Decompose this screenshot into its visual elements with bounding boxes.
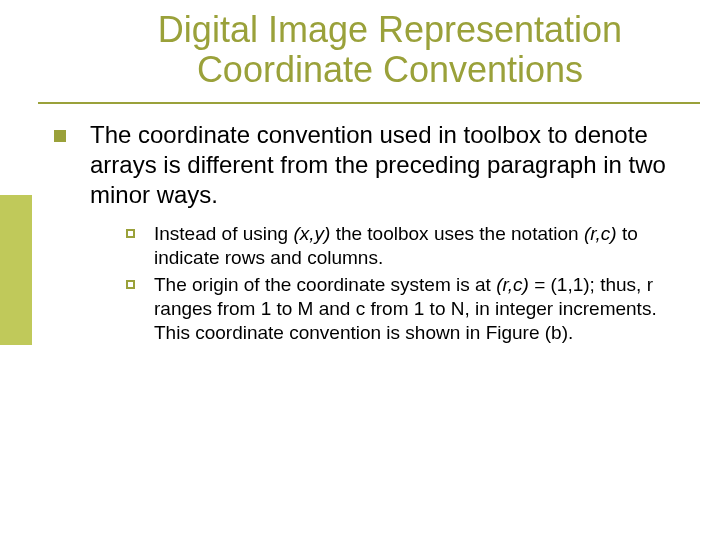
slide-body: The coordinate convention used in toolbo… [54, 120, 690, 348]
bullet-level2: The origin of the coordinate system is a… [126, 273, 690, 346]
accent-bar [0, 195, 32, 345]
sub2-part-a: The origin of the coordinate system is a… [154, 274, 496, 295]
sub1-rc: (r,c) [584, 223, 617, 244]
sub1-part-b: the toolbox uses the notation [330, 223, 584, 244]
hollow-square-bullet-icon [126, 280, 135, 289]
bullet-level1: The coordinate convention used in toolbo… [54, 120, 690, 346]
sub2-rc: (r,c) [496, 274, 529, 295]
title-underline [38, 102, 700, 104]
title-line-2: Coordinate Conventions [197, 49, 583, 90]
title-line-1: Digital Image Representation [158, 9, 622, 50]
main-point-text: The coordinate convention used in toolbo… [90, 121, 666, 208]
sub1-part-a: Instead of using [154, 223, 293, 244]
slide-title: Digital Image Representation Coordinate … [90, 10, 690, 91]
sub-list: Instead of using (x,y) the toolbox uses … [126, 222, 690, 346]
square-bullet-icon [54, 130, 66, 142]
bullet-level2: Instead of using (x,y) the toolbox uses … [126, 222, 690, 271]
slide: Digital Image Representation Coordinate … [0, 0, 720, 540]
hollow-square-bullet-icon [126, 229, 135, 238]
sub1-xy: (x,y) [293, 223, 330, 244]
